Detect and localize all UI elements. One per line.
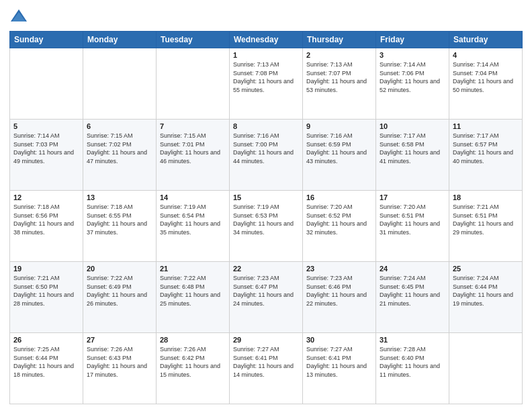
day-info: Sunrise: 7:16 AMSunset: 7:00 PMDaylight:… (233, 132, 299, 165)
calendar-day-30: 30Sunrise: 7:27 AMSunset: 6:41 PMDayligh… (303, 333, 376, 404)
day-number: 3 (380, 51, 445, 59)
calendar-day-29: 29Sunrise: 7:27 AMSunset: 6:41 PMDayligh… (230, 333, 303, 404)
calendar-day-23: 23Sunrise: 7:23 AMSunset: 6:46 PMDayligh… (303, 262, 376, 333)
calendar-empty-cell (10, 48, 83, 120)
calendar-day-14: 14Sunrise: 7:19 AMSunset: 6:54 PMDayligh… (157, 191, 230, 262)
day-info: Sunrise: 7:27 AMSunset: 6:41 PMDaylight:… (306, 345, 372, 379)
day-number: 15 (233, 193, 299, 201)
day-number: 21 (160, 265, 226, 273)
calendar-day-21: 21Sunrise: 7:22 AMSunset: 6:48 PMDayligh… (157, 262, 230, 333)
day-info: Sunrise: 7:17 AMSunset: 6:57 PMDaylight:… (453, 132, 519, 165)
calendar-header-row: SundayMondayTuesdayWednesdayThursdayFrid… (10, 32, 523, 48)
calendar-empty-cell (157, 48, 230, 120)
day-info: Sunrise: 7:14 AMSunset: 7:04 PMDaylight:… (453, 60, 519, 94)
day-info: Sunrise: 7:15 AMSunset: 7:01 PMDaylight:… (160, 132, 226, 165)
day-info: Sunrise: 7:18 AMSunset: 6:55 PMDaylight:… (87, 203, 152, 236)
day-number: 23 (306, 265, 372, 273)
day-number: 29 (233, 336, 299, 344)
day-number: 4 (453, 51, 519, 59)
calendar-day-13: 13Sunrise: 7:18 AMSunset: 6:55 PMDayligh… (83, 191, 157, 262)
calendar-table: SundayMondayTuesdayWednesdayThursdayFrid… (9, 31, 523, 404)
calendar-day-20: 20Sunrise: 7:22 AMSunset: 6:49 PMDayligh… (83, 262, 157, 333)
day-number: 10 (380, 122, 445, 130)
day-info: Sunrise: 7:20 AMSunset: 6:51 PMDaylight:… (380, 203, 445, 236)
day-info: Sunrise: 7:25 AMSunset: 6:44 PMDaylight:… (13, 345, 79, 379)
calendar-day-3: 3Sunrise: 7:14 AMSunset: 7:06 PMDaylight… (376, 48, 449, 120)
calendar-day-19: 19Sunrise: 7:21 AMSunset: 6:50 PMDayligh… (10, 262, 83, 333)
calendar-day-10: 10Sunrise: 7:17 AMSunset: 6:58 PMDayligh… (376, 120, 449, 191)
calendar-day-22: 22Sunrise: 7:23 AMSunset: 6:47 PMDayligh… (230, 262, 303, 333)
day-number: 24 (380, 265, 445, 273)
day-number: 28 (160, 336, 226, 344)
day-info: Sunrise: 7:27 AMSunset: 6:41 PMDaylight:… (233, 345, 299, 379)
day-info: Sunrise: 7:17 AMSunset: 6:58 PMDaylight:… (380, 132, 445, 165)
day-info: Sunrise: 7:21 AMSunset: 6:51 PMDaylight:… (453, 203, 519, 236)
day-info: Sunrise: 7:13 AMSunset: 7:08 PMDaylight:… (233, 60, 299, 94)
page: SundayMondayTuesdayWednesdayThursdayFrid… (0, 0, 532, 411)
day-info: Sunrise: 7:28 AMSunset: 6:40 PMDaylight:… (380, 345, 445, 379)
calendar-header-tuesday: Tuesday (157, 32, 230, 48)
day-info: Sunrise: 7:23 AMSunset: 6:46 PMDaylight:… (306, 274, 372, 308)
day-info: Sunrise: 7:15 AMSunset: 7:02 PMDaylight:… (87, 132, 152, 165)
calendar-week-row: 26Sunrise: 7:25 AMSunset: 6:44 PMDayligh… (10, 333, 523, 404)
calendar-header-monday: Monday (83, 32, 157, 48)
calendar-header-wednesday: Wednesday (230, 32, 303, 48)
day-info: Sunrise: 7:20 AMSunset: 6:52 PMDaylight:… (306, 203, 372, 236)
calendar-day-31: 31Sunrise: 7:28 AMSunset: 6:40 PMDayligh… (376, 333, 449, 404)
calendar-day-15: 15Sunrise: 7:19 AMSunset: 6:53 PMDayligh… (230, 191, 303, 262)
day-number: 25 (453, 265, 519, 273)
day-number: 26 (13, 336, 79, 344)
logo-icon (9, 7, 28, 26)
day-info: Sunrise: 7:13 AMSunset: 7:07 PMDaylight:… (306, 60, 372, 94)
calendar-week-row: 1Sunrise: 7:13 AMSunset: 7:08 PMDaylight… (10, 48, 523, 120)
day-number: 18 (453, 193, 519, 201)
day-number: 2 (306, 51, 372, 59)
day-number: 16 (306, 193, 372, 201)
day-number: 9 (306, 122, 372, 130)
calendar-week-row: 12Sunrise: 7:18 AMSunset: 6:56 PMDayligh… (10, 191, 523, 262)
day-number: 6 (87, 122, 152, 130)
day-info: Sunrise: 7:14 AMSunset: 7:03 PMDaylight:… (13, 132, 79, 165)
day-number: 12 (13, 193, 79, 201)
day-number: 22 (233, 265, 299, 273)
calendar-day-12: 12Sunrise: 7:18 AMSunset: 6:56 PMDayligh… (10, 191, 83, 262)
day-info: Sunrise: 7:18 AMSunset: 6:56 PMDaylight:… (13, 203, 79, 236)
calendar-empty-cell (449, 333, 523, 404)
calendar-day-26: 26Sunrise: 7:25 AMSunset: 6:44 PMDayligh… (10, 333, 83, 404)
calendar-header-saturday: Saturday (449, 32, 523, 48)
day-number: 5 (13, 122, 79, 130)
calendar-day-17: 17Sunrise: 7:20 AMSunset: 6:51 PMDayligh… (376, 191, 449, 262)
calendar-day-25: 25Sunrise: 7:24 AMSunset: 6:44 PMDayligh… (449, 262, 523, 333)
calendar-week-row: 19Sunrise: 7:21 AMSunset: 6:50 PMDayligh… (10, 262, 523, 333)
day-number: 7 (160, 122, 226, 130)
day-number: 27 (87, 336, 152, 344)
calendar-day-9: 9Sunrise: 7:16 AMSunset: 6:59 PMDaylight… (303, 120, 376, 191)
header (9, 7, 523, 26)
day-number: 19 (13, 265, 79, 273)
calendar-day-5: 5Sunrise: 7:14 AMSunset: 7:03 PMDaylight… (10, 120, 83, 191)
day-number: 14 (160, 193, 226, 201)
calendar-day-11: 11Sunrise: 7:17 AMSunset: 6:57 PMDayligh… (449, 120, 523, 191)
day-info: Sunrise: 7:26 AMSunset: 6:43 PMDaylight:… (87, 345, 152, 379)
day-info: Sunrise: 7:19 AMSunset: 6:53 PMDaylight:… (233, 203, 299, 236)
day-info: Sunrise: 7:23 AMSunset: 6:47 PMDaylight:… (233, 274, 299, 308)
day-number: 17 (380, 193, 445, 201)
calendar-day-27: 27Sunrise: 7:26 AMSunset: 6:43 PMDayligh… (83, 333, 157, 404)
day-number: 13 (87, 193, 152, 201)
calendar-day-6: 6Sunrise: 7:15 AMSunset: 7:02 PMDaylight… (83, 120, 157, 191)
calendar-day-16: 16Sunrise: 7:20 AMSunset: 6:52 PMDayligh… (303, 191, 376, 262)
calendar-day-28: 28Sunrise: 7:26 AMSunset: 6:42 PMDayligh… (157, 333, 230, 404)
calendar-header-friday: Friday (376, 32, 449, 48)
day-number: 31 (380, 336, 445, 344)
calendar-day-7: 7Sunrise: 7:15 AMSunset: 7:01 PMDaylight… (157, 120, 230, 191)
day-info: Sunrise: 7:24 AMSunset: 6:45 PMDaylight:… (380, 274, 445, 308)
logo (9, 7, 31, 26)
calendar-header-sunday: Sunday (10, 32, 83, 48)
calendar-week-row: 5Sunrise: 7:14 AMSunset: 7:03 PMDaylight… (10, 120, 523, 191)
day-info: Sunrise: 7:21 AMSunset: 6:50 PMDaylight:… (13, 274, 79, 308)
calendar-day-1: 1Sunrise: 7:13 AMSunset: 7:08 PMDaylight… (230, 48, 303, 120)
day-info: Sunrise: 7:24 AMSunset: 6:44 PMDaylight:… (453, 274, 519, 308)
day-number: 8 (233, 122, 299, 130)
calendar-empty-cell (83, 48, 157, 120)
calendar-header-thursday: Thursday (303, 32, 376, 48)
